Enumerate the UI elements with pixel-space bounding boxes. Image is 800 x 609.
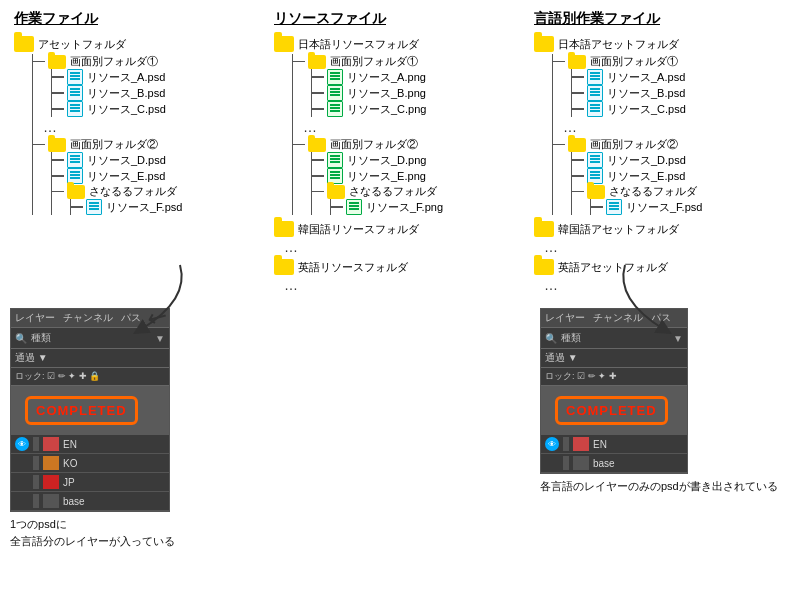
subfolder-children-work: リソース_F.psd	[70, 199, 266, 215]
layer-color-base-left	[43, 494, 59, 508]
file-e-resource: リソース_E.png	[312, 168, 526, 184]
file-c-lang: リソース_C.psd	[572, 101, 786, 117]
caption-text-right: 各言語のレイヤーのみのpsdが書き出されている	[540, 480, 778, 492]
ps-mode-label-left: 通過	[15, 352, 35, 363]
layer-color-jp-left	[43, 475, 59, 489]
file-icon-d-resource	[327, 152, 343, 168]
folder-icon-english-lang	[534, 259, 554, 275]
subfolder-label-work: さなるるフォルダ	[89, 184, 177, 199]
subfolder-children-resource: リソース_F.png	[330, 199, 526, 215]
ps-lock-label-right: ロック: ☑ ✏ ✦ ✚	[545, 370, 617, 383]
file-b-work: リソース_B.psd	[52, 85, 266, 101]
korea-folder-lang: 韓国語アセットフォルダ	[534, 221, 786, 237]
subfolder-icon-resource	[327, 185, 345, 199]
ellipsis1-lang: …	[553, 119, 786, 135]
file-e-work: リソース_E.psd	[52, 168, 266, 184]
eye-placeholder-ko-left	[15, 456, 29, 470]
folder2-label-lang: 画面別フォルダ②	[590, 137, 678, 152]
ps-panel-left: レイヤー チャンネル パス 🔍 種類 ▼ 通過 ▼ ロック: ☑ ✏ ✦ ✚ 🔒	[10, 308, 170, 512]
file-f-lang: リソース_F.psd	[591, 199, 786, 215]
file-f-label-resource: リソース_F.png	[366, 200, 443, 215]
file-d-resource: リソース_D.png	[312, 152, 526, 168]
layer-row-base-right: base	[541, 454, 687, 473]
layer-thumb-en-left	[33, 437, 39, 451]
eye-placeholder-base-left	[15, 494, 29, 508]
file-f-work: リソース_F.psd	[71, 199, 266, 215]
file-icon-b-lang	[587, 85, 603, 101]
section-title-lang: 言語別作業ファイル	[534, 10, 786, 28]
folder2-label-work: 画面別フォルダ②	[70, 137, 158, 152]
ellipsis-work: …	[33, 119, 266, 135]
file-a-work: リソース_A.psd	[52, 69, 266, 85]
eye-icon-en-left: 👁	[15, 437, 29, 451]
file-b-label-resource: リソース_B.png	[347, 86, 426, 101]
file-c-label-lang: リソース_C.psd	[607, 102, 686, 117]
section-lang: 言語別作業ファイル 日本語アセットフォルダ 画面別フォルダ① リソース_A.ps…	[530, 10, 790, 295]
folder1-label-lang: 画面別フォルダ①	[590, 54, 678, 69]
layer-row-en-right: 👁 EN	[541, 435, 687, 454]
folder-icon-root-work	[14, 36, 34, 52]
root-folder-label-resource: 日本語リソースフォルダ	[298, 37, 419, 52]
main-container: 作業ファイル アセットフォルダ 画面別フォルダ① リソース_A.psd	[0, 0, 800, 295]
bottom-right-box: レイヤー チャンネル パス 🔍 種類 ▼ 通過 ▼ ロック: ☑ ✏ ✦ ✚	[540, 308, 790, 495]
ps-panel-lock-right: ロック: ☑ ✏ ✦ ✚	[541, 368, 687, 386]
english-folder-resource: 英語リソースフォルダ	[274, 259, 526, 275]
english-folder-label-resource: 英語リソースフォルダ	[298, 260, 408, 275]
file-d-label-lang: リソース_D.psd	[607, 153, 686, 168]
file-icon-c-resource	[327, 101, 343, 117]
folder-icon-2-resource	[308, 138, 326, 152]
file-e-label-work: リソース_E.psd	[87, 169, 165, 184]
ps-panel-right: レイヤー チャンネル パス 🔍 種類 ▼ 通過 ▼ ロック: ☑ ✏ ✦ ✚	[540, 308, 688, 474]
layer-row-jp-left: JP	[11, 473, 169, 492]
eye-placeholder-jp-left	[15, 475, 29, 489]
file-b-resource: リソース_B.png	[312, 85, 526, 101]
root-folder-label-lang: 日本語アセットフォルダ	[558, 37, 679, 52]
ellipsis2-resource: …	[274, 239, 526, 255]
layer-label-en-right: EN	[593, 439, 607, 450]
completed-badge-right: COMPLETED	[555, 396, 668, 425]
korea-folder-label-resource: 韓国語リソースフォルダ	[298, 222, 419, 237]
file-c-work: リソース_C.psd	[52, 101, 266, 117]
subfolder-icon-lang	[587, 185, 605, 199]
file-icon-f-lang	[606, 199, 622, 215]
file-b-lang: リソース_B.psd	[572, 85, 786, 101]
subfolder-work: さなるるフォルダ	[52, 184, 266, 199]
folder2-children-lang: リソース_D.psd リソース_E.psd さなるるフォルダ リソース_F.ps…	[571, 152, 786, 215]
file-icon-a-lang	[587, 69, 603, 85]
file-icon-a-resource	[327, 69, 343, 85]
bottom-left-box: レイヤー チャンネル パス 🔍 種類 ▼ 通過 ▼ ロック: ☑ ✏ ✦ ✚ 🔒	[10, 308, 260, 549]
root-folder-label-work: アセットフォルダ	[38, 37, 126, 52]
file-icon-b-resource	[327, 85, 343, 101]
file-f-label-lang: リソース_F.psd	[626, 200, 702, 215]
caption-line1-left: 1つのpsdに	[10, 518, 67, 530]
layer-thumb-base-left	[33, 494, 39, 508]
file-b-label-lang: リソース_B.psd	[607, 86, 685, 101]
root-folder-resource: 日本語リソースフォルダ	[274, 36, 526, 52]
folder-icon-2-lang	[568, 138, 586, 152]
eye-placeholder-base-right	[545, 456, 559, 470]
ps-preview-left: COMPLETED	[11, 386, 169, 435]
ps-panel-mode-right: 通過 ▼	[541, 349, 687, 368]
file-icon-d-work	[67, 152, 83, 168]
ps-panel-mode-left: 通過 ▼	[11, 349, 169, 368]
file-d-lang: リソース_D.psd	[572, 152, 786, 168]
ps-tab-layer-left: レイヤー	[15, 311, 55, 325]
tree-work: アセットフォルダ 画面別フォルダ① リソース_A.psd リソース_B.psd	[14, 36, 266, 215]
ellipsis1-resource: …	[293, 119, 526, 135]
layer-label-base-left: base	[63, 496, 85, 507]
tree-resource: 日本語リソースフォルダ 画面別フォルダ① リソース_A.png リソース_B.p…	[274, 36, 526, 293]
folder-icon-korea-resource	[274, 221, 294, 237]
subfolder-children-lang: リソース_F.psd	[590, 199, 786, 215]
ps-tab-path-right: パス	[651, 311, 671, 325]
folder2-label-resource: 画面別フォルダ②	[330, 137, 418, 152]
folder2-children-work: リソース_D.psd リソース_E.psd さなるるフォルダ	[51, 152, 266, 215]
ps-mode-arrow-left: ▼	[38, 352, 48, 363]
ps-tab-layer-right: レイヤー	[545, 311, 585, 325]
folder2-work: 画面別フォルダ②	[33, 137, 266, 152]
layer-color-en-right	[573, 437, 589, 451]
ps-panel-search-left: 🔍 種類 ▼	[11, 328, 169, 349]
caption-left: 1つのpsdに 全言語分のレイヤーが入っている	[10, 516, 175, 549]
layer-color-ko-left	[43, 456, 59, 470]
subfolder-resource: さなるるフォルダ	[312, 184, 526, 199]
folder-icon-2-work	[48, 138, 66, 152]
